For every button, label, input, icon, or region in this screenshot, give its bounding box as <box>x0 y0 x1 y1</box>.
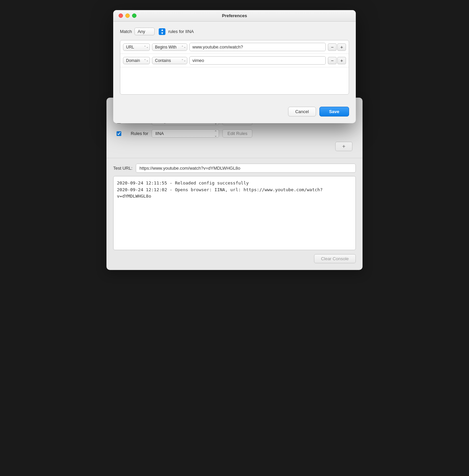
window-container: Preferences Match Any All ▲ ▼ rules for … <box>106 10 363 270</box>
rule-value-input-1[interactable] <box>189 43 326 51</box>
clear-console-button[interactable]: Clear Console <box>314 254 356 263</box>
iina-select[interactable]: Firefox Google Chrome IINA <box>152 129 219 138</box>
rule-row: URL Domain Begins With Contains Ends Wit… <box>120 54 349 67</box>
rule-type-wrapper-1: URL Domain <box>123 43 150 51</box>
iina-label: Rules for <box>125 131 148 136</box>
modal-title: Preferences <box>222 13 247 18</box>
modal-dialog: Preferences Match Any All ▲ ▼ rules for … <box>113 10 356 123</box>
console-line-1: 2020-09-24 12:11:55 - Reloaded config su… <box>117 180 352 186</box>
stepper-group-1: − + <box>328 43 346 51</box>
save-button[interactable]: Save <box>319 107 349 116</box>
add-rule-1[interactable]: + <box>337 43 346 51</box>
rule-empty-area <box>120 67 349 94</box>
iina-checkbox[interactable] <box>117 131 121 136</box>
rule-value-input-2[interactable] <box>189 56 326 65</box>
match-row: Match Any All ▲ ▼ rules for IINA <box>120 28 349 35</box>
modal-footer: Cancel Save <box>113 107 356 123</box>
modal-titlebar: Preferences <box>113 10 356 22</box>
rule-condition-wrapper-2: Begins With Contains Ends With Is <box>152 57 187 64</box>
add-row-button[interactable]: + <box>335 142 352 151</box>
rule-type-select-1[interactable]: URL Domain <box>123 43 150 51</box>
remove-rule-2[interactable]: − <box>328 57 337 64</box>
modal-content: Match Any All ▲ ▼ rules for IINA <box>113 22 356 107</box>
rules-for-text: rules for IINA <box>168 29 194 34</box>
rule-type-select-2[interactable]: URL Domain <box>123 57 150 64</box>
stepper-group-2: − + <box>328 57 346 64</box>
rule-condition-wrapper-1: Begins With Contains Ends With Is <box>152 43 187 51</box>
test-url-label: Test URL: <box>113 166 132 171</box>
match-select-wrapper: Any All <box>134 28 155 35</box>
traffic-lights <box>119 13 136 18</box>
rule-condition-select-2[interactable]: Begins With Contains Ends With Is <box>152 57 187 64</box>
iina-select-wrapper: Firefox Google Chrome IINA ⌃⌄ <box>152 129 219 138</box>
test-url-row: Test URL: <box>106 164 363 173</box>
match-label: Match <box>120 29 132 34</box>
rule-type-wrapper-2: URL Domain <box>123 57 150 64</box>
test-url-input[interactable] <box>136 164 356 173</box>
close-button[interactable] <box>119 13 123 18</box>
rule-condition-select-1[interactable]: Begins With Contains Ends With Is <box>152 43 187 51</box>
iina-edit-rules-button[interactable]: Edit Rules <box>222 129 252 138</box>
cancel-button[interactable]: Cancel <box>288 107 316 116</box>
console-line-2: 2020-09-24 12:12:02 - Opens browser: IIN… <box>117 186 352 200</box>
maximize-button[interactable] <box>132 13 136 18</box>
separator <box>106 158 363 158</box>
rules-area: URL Domain Begins With Contains Ends Wit… <box>120 40 349 95</box>
console-area[interactable]: 2020-09-24 12:11:55 - Reloaded config su… <box>113 176 356 250</box>
rules-for-row-iina: Rules for Firefox Google Chrome IINA ⌃⌄ … <box>117 129 352 138</box>
rule-row: URL Domain Begins With Contains Ends Wit… <box>120 40 349 54</box>
add-rule-2[interactable]: + <box>337 57 346 64</box>
remove-rule-1[interactable]: − <box>328 43 337 51</box>
minimize-button[interactable] <box>125 13 130 18</box>
match-select[interactable]: Any All <box>134 28 155 35</box>
background-window: Rules for Firefox Google Chrome IINA ⌃⌄ … <box>106 98 363 270</box>
match-select-arrow[interactable]: ▲ ▼ <box>159 28 165 35</box>
